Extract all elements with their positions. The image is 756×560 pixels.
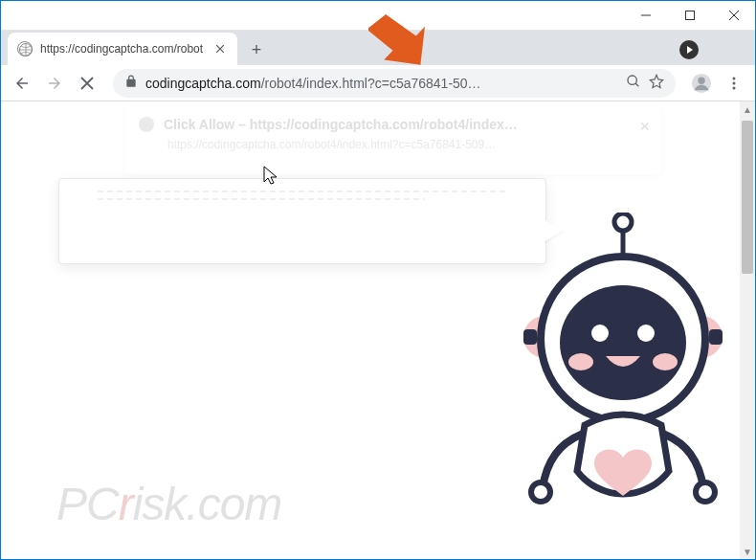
svg-point-20 [531, 482, 550, 502]
svg-point-6 [733, 81, 736, 84]
close-window-button[interactable] [712, 0, 756, 31]
svg-rect-13 [709, 329, 723, 345]
globe-icon [17, 41, 33, 56]
svg-point-17 [637, 325, 655, 342]
watermark-left: PC [56, 479, 119, 529]
close-icon: × [639, 117, 650, 137]
url-domain: codingcaptcha.com [145, 76, 261, 91]
back-button[interactable] [8, 69, 36, 98]
mouse-cursor-icon [263, 166, 278, 189]
svg-point-5 [733, 77, 736, 79]
address-bar[interactable]: codingcaptcha.com/robot4/index.html?c=c5… [113, 69, 676, 98]
bookmark-star-icon[interactable] [649, 74, 664, 93]
close-tab-button[interactable] [212, 41, 228, 56]
stop-reload-button[interactable] [73, 69, 101, 98]
svg-point-19 [653, 353, 678, 370]
svg-point-15 [560, 285, 686, 400]
url-text: codingcaptcha.com/robot4/index.html?c=c5… [145, 76, 618, 91]
zoom-icon[interactable] [626, 74, 641, 93]
watermark: PCrisk.com [56, 478, 281, 530]
minimize-button[interactable] [624, 0, 668, 31]
annotation-arrow [368, 5, 445, 72]
svg-point-2 [628, 76, 636, 84]
notification-prompt-ghost: Click Allow – https://codingcaptcha.com/… [125, 107, 661, 174]
robot-illustration [518, 213, 728, 538]
svg-point-9 [614, 213, 632, 231]
svg-point-18 [568, 353, 593, 370]
lock-icon [124, 75, 138, 92]
new-tab-button[interactable]: + [243, 36, 270, 63]
svg-rect-0 [686, 11, 695, 19]
media-playing-icon[interactable] [679, 40, 699, 59]
svg-point-7 [733, 86, 736, 89]
vertical-scrollbar[interactable]: ▲ ▼ [740, 101, 755, 559]
svg-rect-12 [523, 329, 537, 345]
window-controls [624, 0, 756, 31]
page-viewport: Click Allow – https://codingcaptcha.com/… [1, 101, 755, 559]
bell-icon [139, 117, 154, 132]
ghost-subtitle-text: https://codingcaptcha.com/robot4/index.h… [167, 138, 648, 151]
tab-title: https://codingcaptcha.com/robot [40, 42, 205, 56]
browser-tab[interactable]: https://codingcaptcha.com/robot [8, 33, 237, 65]
maximize-button[interactable] [668, 0, 712, 31]
browser-menu-button[interactable] [720, 69, 748, 98]
forward-button[interactable] [40, 69, 69, 98]
watermark-red: r [119, 479, 133, 529]
speech-bubble [58, 178, 546, 264]
scrollbar-thumb[interactable] [742, 121, 753, 274]
svg-point-4 [698, 77, 704, 83]
svg-point-21 [696, 482, 715, 502]
url-path: /robot4/index.html?c=c5a76841-50… [261, 76, 481, 91]
ghost-title-text: Click Allow – https://codingcaptcha.com/… [164, 117, 518, 132]
svg-point-16 [591, 325, 609, 342]
profile-avatar[interactable] [687, 69, 716, 98]
scroll-down-button[interactable]: ▼ [740, 544, 755, 559]
watermark-right: isk.com [133, 479, 282, 529]
scroll-up-button[interactable]: ▲ [740, 101, 755, 117]
